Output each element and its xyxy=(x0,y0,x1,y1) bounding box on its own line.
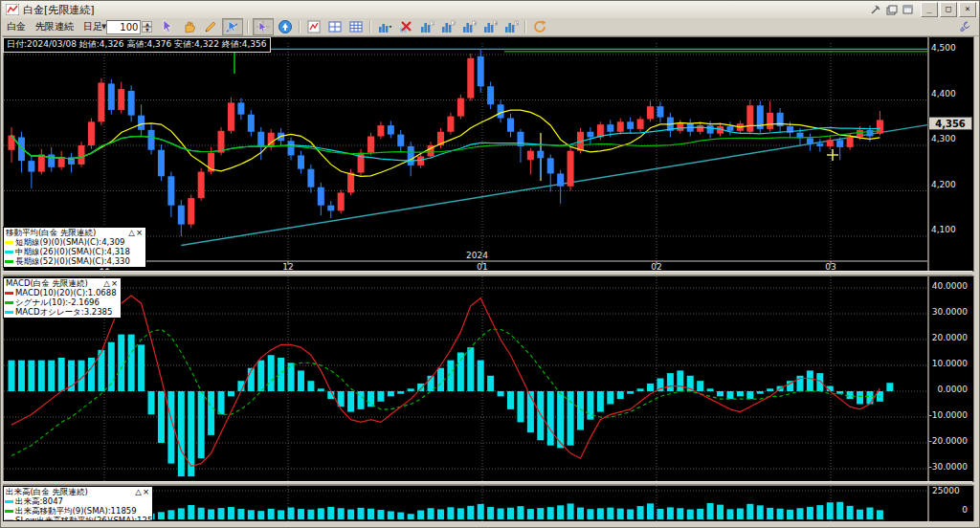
legend-collapse-icon[interactable]: △ xyxy=(135,487,143,496)
axis-tick-label: -30.0000 xyxy=(927,462,968,472)
axis-tick-label: 25000 xyxy=(932,486,960,495)
new-chart-icon xyxy=(306,19,322,34)
new-chart-button[interactable] xyxy=(304,19,323,34)
indicator-5-button[interactable]: 5 xyxy=(501,19,521,34)
grid-2x2-button[interactable] xyxy=(325,19,345,34)
refresh-button[interactable] xyxy=(530,19,549,34)
pencil-tool-button[interactable] xyxy=(201,19,220,34)
ohlc-info-bar: 日付:2024/03/08 始値:4,326 高値:4,376 安値:4,322… xyxy=(3,37,271,53)
toolbar-separator xyxy=(299,20,301,33)
indicator-chart-icon xyxy=(377,19,392,34)
macd-legend-title: MACD(白金 先限連続) xyxy=(6,278,88,288)
macd-pane[interactable] xyxy=(3,275,928,482)
legend-swatch xyxy=(5,510,13,513)
timeframe-select[interactable]: 日足 xyxy=(83,20,102,33)
oscillator-bars xyxy=(9,335,894,477)
bar-count-input[interactable]: 100 xyxy=(106,20,141,34)
trendline-tool-button[interactable] xyxy=(222,18,243,35)
maximize-button[interactable]: □ xyxy=(940,2,957,17)
toolbar-separator xyxy=(247,20,249,33)
pane-separator[interactable] xyxy=(3,271,972,275)
pencil-tool-icon xyxy=(203,19,218,34)
axis-tick-label: 0 xyxy=(927,505,968,515)
legend-close-icon[interactable]: × xyxy=(136,228,144,237)
scroll-mode-icon xyxy=(278,19,293,34)
cascade-window-icon[interactable] xyxy=(902,4,915,15)
axis-tick-label: 4,200 xyxy=(931,180,956,189)
legend-row: 中期線(26)(0)(SMA)(C):4,318 xyxy=(4,247,145,256)
legend-swatch xyxy=(5,301,13,304)
legend-close-icon[interactable]: × xyxy=(111,278,119,288)
indicator-4-icon: 4 xyxy=(482,19,498,34)
pane-separator[interactable] xyxy=(3,481,972,485)
indicator-1-icon: 1 xyxy=(419,19,434,34)
toolbar-separator xyxy=(369,20,371,33)
hand-tool-button[interactable] xyxy=(180,19,199,34)
select-cursor-button[interactable] xyxy=(159,19,178,34)
macd-legend-box[interactable]: MACD(白金 先限連続) △× MACD(10)(20)(C):1.0688シ… xyxy=(3,277,122,319)
minimize-button[interactable]: _ xyxy=(921,2,938,17)
axis-tick-label: 30.0000 xyxy=(927,307,968,317)
settings-button[interactable] xyxy=(959,20,971,33)
axis-tick-label: -20.0000 xyxy=(927,436,968,446)
crosshair-tool-icon xyxy=(256,19,271,34)
indicator-1-button[interactable]: 1 xyxy=(417,19,436,34)
scroll-mode-button[interactable] xyxy=(276,19,295,34)
legend-row: 長期線(52)(0)(SMA)(C):4,330 xyxy=(4,256,145,266)
grid-3x3-button[interactable] xyxy=(346,19,366,34)
legend-swatch xyxy=(5,500,13,503)
legend-row: MACDオシレータ:3.2385 xyxy=(4,307,121,317)
legend-collapse-icon[interactable]: △ xyxy=(103,278,111,288)
ma-line-52 xyxy=(11,131,880,159)
main-price-axis[interactable] xyxy=(928,36,974,272)
current-price-tag: 4,356 xyxy=(928,117,972,130)
titlebar: 白金[先限連続] _ □ × xyxy=(2,1,980,19)
cross-mark xyxy=(827,149,838,161)
toolbar: 白金 先限連続 日足 ▼ 100 ▲▼ 12345 xyxy=(2,18,980,36)
indicator-3-button[interactable]: 3 xyxy=(459,19,479,34)
axis-tick-label: 4,100 xyxy=(931,225,956,234)
grid-3x3-icon xyxy=(348,19,364,34)
legend-swatch xyxy=(5,519,13,522)
svg-text:4: 4 xyxy=(495,21,498,26)
legend-collapse-icon[interactable]: △ xyxy=(128,228,136,237)
bar-count-stepper[interactable]: ▲▼ xyxy=(142,21,152,33)
window-title: 白金[先限連続] xyxy=(23,3,95,17)
indicator-chart-button[interactable] xyxy=(375,19,394,34)
year-label: 2024 xyxy=(466,251,488,260)
axis-tick-label: 20.0000 xyxy=(927,333,968,342)
indicator-remove-icon xyxy=(398,19,413,34)
svg-text:5: 5 xyxy=(516,21,519,26)
ma-line-26 xyxy=(11,127,880,161)
legend-swatch xyxy=(5,311,13,314)
legend-swatch xyxy=(5,241,13,244)
grid-2x2-icon xyxy=(327,19,343,34)
crosshair-tool-button[interactable] xyxy=(253,18,274,35)
instrument-label: 白金 xyxy=(7,20,26,33)
svg-text:2: 2 xyxy=(453,21,456,26)
indicator-remove-button[interactable] xyxy=(396,19,415,34)
pin-icon[interactable] xyxy=(869,4,882,15)
axis-tick-label: 40.0000 xyxy=(927,281,968,291)
window-bottom-edge xyxy=(2,521,980,528)
wrench-icon xyxy=(959,20,971,33)
volume-legend-box[interactable]: 出来高(白金 先限連続) △× 出来高:8047出来高移動平均(9)(SMA):… xyxy=(3,486,153,521)
indicator-4-button[interactable]: 4 xyxy=(480,19,500,34)
legend-row: SLow出来高移動平均(26)(SMA):12555 xyxy=(4,516,152,521)
axis-tick-label: 10.0000 xyxy=(927,359,968,368)
trendline-tool-icon xyxy=(225,19,240,34)
legend-close-icon[interactable]: × xyxy=(143,487,150,496)
indicator-2-button[interactable]: 2 xyxy=(438,19,457,34)
svg-text:1: 1 xyxy=(432,21,434,26)
indicator-2-icon: 2 xyxy=(440,19,456,34)
close-button[interactable]: × xyxy=(959,2,976,17)
ma-legend-box[interactable]: 移動平均(白金 先限連続) △× 短期線(9)(0)(SMA)(C):4,309… xyxy=(3,227,146,268)
axis-tick-label: 0.0000 xyxy=(927,385,968,394)
svg-text:3: 3 xyxy=(474,21,477,26)
chart-app-window: 白金[先限連続] _ □ × 白金 先限連続 日足 ▼ 100 ▲▼ 12345… xyxy=(0,0,980,528)
restore-window-icon[interactable] xyxy=(885,4,899,15)
volume-legend-title: 出来高(白金 先限連続) xyxy=(6,487,88,496)
legend-row: MACD(10)(20)(C):1.0688 xyxy=(4,288,121,297)
select-cursor-icon xyxy=(161,19,176,34)
hand-tool-icon xyxy=(182,19,197,34)
